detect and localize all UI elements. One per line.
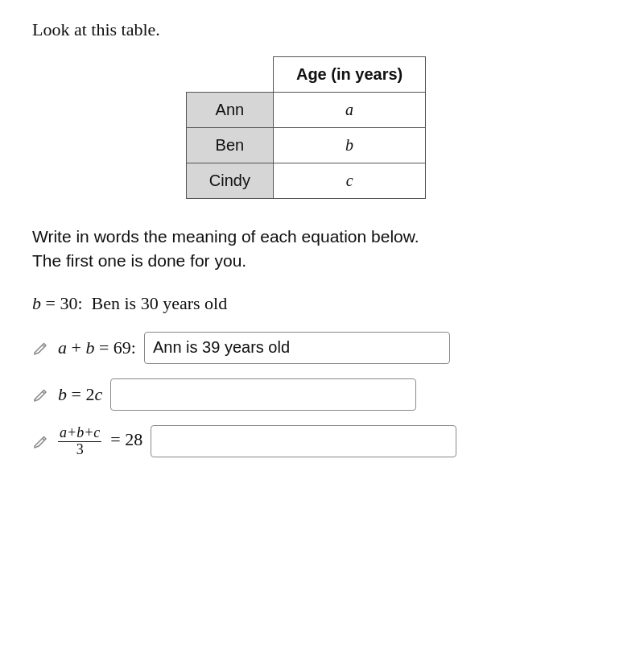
pencil-icon-ab69 (32, 339, 50, 357)
fraction-numerator: a+b+c (58, 425, 101, 442)
equation-static-b30: b = 30: Ben is 30 years old (32, 293, 612, 314)
pencil-icon-b2c (32, 386, 50, 403)
ben-value-cell: b (273, 128, 425, 163)
pencil-icon-avg28 (32, 432, 50, 450)
age-table-wrapper: Age (in years) Ann a Ben b Cindy c (0, 56, 612, 199)
eq-b2c-label: b = 2c (58, 384, 102, 405)
eq-ab69-label: a + b = 69: (58, 337, 136, 358)
ann-value-cell: a (273, 93, 425, 128)
eq-avg28-label: a+b+c 3 = 28 (58, 425, 142, 458)
table-row: Ben b (186, 128, 425, 163)
eq-b30-label: b = 30: Ben is 30 years old (32, 293, 227, 314)
table-row: Ann a (186, 93, 425, 128)
age-table: Age (in years) Ann a Ben b Cindy c (186, 56, 426, 199)
cindy-name-cell: Cindy (186, 163, 273, 199)
fraction-denominator: 3 (75, 442, 85, 458)
header-text: Look at this table. (32, 19, 160, 39)
instructions-line1: Write in words the meaning of each equat… (32, 225, 612, 249)
eq-avg28-input[interactable] (151, 425, 456, 457)
equation-row-avg28: a+b+c 3 = 28 (32, 425, 612, 458)
cindy-value-cell: c (273, 163, 425, 199)
instructions-line2: The first one is done for you. (32, 249, 612, 273)
age-column-header: Age (in years) (273, 57, 425, 93)
eq-b2c-input[interactable] (110, 378, 416, 411)
table-row: Cindy c (186, 163, 425, 199)
eq-ab69-answer[interactable]: Ann is 39 years old (144, 332, 450, 364)
page-header: Look at this table. (32, 19, 612, 40)
equation-row-ab69: a + b = 69: Ann is 39 years old (32, 332, 612, 364)
instructions-block: Write in words the meaning of each equat… (32, 225, 612, 274)
ben-name-cell: Ben (186, 128, 273, 163)
equation-row-b2c: b = 2c (32, 378, 612, 411)
ann-name-cell: Ann (186, 93, 273, 128)
